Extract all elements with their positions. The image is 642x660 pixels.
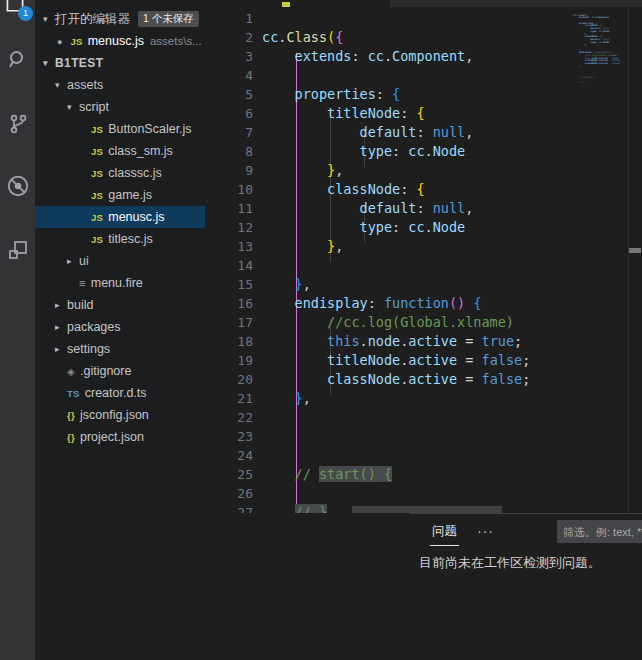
code-line[interactable]: cc.Class({ bbox=[262, 28, 530, 47]
code-line[interactable] bbox=[262, 256, 530, 275]
js-file-icon: JS bbox=[91, 190, 103, 201]
fire-file-icon: ≡ bbox=[79, 277, 86, 289]
horizontal-scrollbar[interactable] bbox=[352, 506, 502, 513]
code-line[interactable] bbox=[262, 446, 530, 465]
tree-item-game-js[interactable]: JSgame.js bbox=[35, 184, 205, 206]
tree-item-label: game.js bbox=[108, 188, 152, 202]
twistie-icon: ▸ bbox=[55, 322, 67, 332]
twistie-icon: ▾ bbox=[43, 14, 55, 24]
tree-item-titlesc-js[interactable]: JStitlesc.js bbox=[35, 228, 205, 250]
tree-item-assets[interactable]: ▾assets bbox=[35, 74, 205, 96]
source-control-icon[interactable] bbox=[0, 100, 35, 148]
line-number: 27 bbox=[205, 503, 253, 513]
tree-item--gitignore[interactable]: ◈.gitignore bbox=[35, 360, 205, 382]
file-tree: ▾assets▾scriptJSButtonScaler.jsJSclass_s… bbox=[35, 74, 205, 448]
code-line[interactable]: extends: cc.Component, bbox=[262, 47, 530, 66]
explorer-badge: 1 bbox=[18, 6, 33, 21]
code-line[interactable]: //cc.log(Global.xlname) bbox=[262, 313, 530, 332]
tree-item-jsconfig-json[interactable]: {}jsconfig.json bbox=[35, 404, 205, 426]
code-line[interactable] bbox=[262, 427, 530, 446]
code-line[interactable]: }, bbox=[262, 161, 530, 180]
tree-item-label: titlesc.js bbox=[108, 232, 152, 246]
open-editors-header[interactable]: ▾ 打开的编辑器 1 个未保存 bbox=[35, 8, 205, 30]
code-line[interactable]: }, bbox=[262, 275, 530, 294]
js-file-icon: JS bbox=[70, 36, 82, 47]
more-tabs-button[interactable]: ··· bbox=[477, 523, 494, 539]
tab-menusc-js[interactable] bbox=[205, 0, 390, 7]
tree-item-menusc-js[interactable]: JSmenusc.js bbox=[35, 206, 205, 228]
line-number: 6 bbox=[205, 104, 253, 123]
ts-file-icon: TS bbox=[67, 388, 80, 399]
tab-problems[interactable]: 问题 bbox=[430, 517, 459, 546]
explorer-icon[interactable]: 1 bbox=[0, 0, 35, 22]
tree-item-packages[interactable]: ▸packages bbox=[35, 316, 205, 338]
code-line[interactable]: classNode.active = false; bbox=[262, 370, 530, 389]
tree-item-label: class_sm.js bbox=[108, 144, 173, 158]
code-line[interactable]: titleNode: { bbox=[262, 104, 530, 123]
code-line[interactable] bbox=[262, 408, 530, 427]
js-file-icon: JS bbox=[91, 168, 103, 179]
tree-item-settings[interactable]: ▸settings bbox=[35, 338, 205, 360]
tree-item-script[interactable]: ▾script bbox=[35, 96, 205, 118]
code-line[interactable]: type: cc.Node bbox=[262, 142, 530, 161]
line-number: 18 bbox=[205, 332, 253, 351]
code-line[interactable]: }, bbox=[262, 389, 530, 408]
extensions-icon[interactable] bbox=[0, 226, 35, 274]
tree-item-ui[interactable]: ▸ui bbox=[35, 250, 205, 272]
code-line[interactable]: endisplay: function() { bbox=[262, 294, 530, 313]
panel-header: 问题 ··· bbox=[410, 514, 642, 548]
open-editor-item[interactable]: JS menusc.js assets\s... bbox=[35, 30, 205, 52]
tree-item-project-json[interactable]: {}project.json bbox=[35, 426, 205, 448]
tree-item-buttonscaler-js[interactable]: JSButtonScaler.js bbox=[35, 118, 205, 140]
editor-scrollbar[interactable] bbox=[628, 7, 642, 513]
line-number: 3 bbox=[205, 47, 253, 66]
tree-item-label: classsc.js bbox=[108, 166, 161, 180]
tree-item-classsc-js[interactable]: JSclasssc.js bbox=[35, 162, 205, 184]
code-line[interactable]: default: null, bbox=[262, 123, 530, 142]
line-number: 17 bbox=[205, 313, 253, 332]
code-line[interactable]: // start() { bbox=[262, 465, 530, 484]
tree-item-menu-fire[interactable]: ≡menu.fire bbox=[35, 272, 205, 294]
search-icon[interactable] bbox=[0, 36, 35, 84]
overview-ruler-marker bbox=[629, 248, 641, 253]
minimap-line: // } bbox=[573, 82, 629, 85]
code-line[interactable]: type: cc.Node bbox=[262, 218, 530, 237]
code-line[interactable]: default: null, bbox=[262, 199, 530, 218]
tree-item-label: menusc.js bbox=[108, 210, 164, 224]
js-file-icon: JS bbox=[91, 234, 103, 245]
twistie-icon: ▸ bbox=[55, 344, 67, 354]
tree-item-class-sm-js[interactable]: JSclass_sm.js bbox=[35, 140, 205, 162]
code-line[interactable] bbox=[262, 484, 530, 503]
line-numbers: 1234567891011121314151617181920212223242… bbox=[205, 9, 253, 513]
workspace-root-header[interactable]: ▾ B1TEST bbox=[35, 52, 205, 74]
tree-item-build[interactable]: ▸build bbox=[35, 294, 205, 316]
open-file-path: assets\s... bbox=[150, 35, 202, 47]
debug-icon[interactable] bbox=[0, 162, 35, 210]
line-number: 9 bbox=[205, 161, 253, 180]
code-line[interactable]: classNode: { bbox=[262, 180, 530, 199]
code-line[interactable] bbox=[262, 9, 530, 28]
code-line[interactable]: properties: { bbox=[262, 85, 530, 104]
code-line[interactable]: this.node.active = true; bbox=[262, 332, 530, 351]
line-number: 10 bbox=[205, 180, 253, 199]
tree-item-label: assets bbox=[67, 78, 103, 92]
line-number: 7 bbox=[205, 123, 253, 142]
code-editor[interactable]: 1234567891011121314151617181920212223242… bbox=[205, 7, 642, 513]
json-file-icon: {} bbox=[67, 432, 75, 443]
tree-item-label: jsconfig.json bbox=[80, 408, 149, 422]
js-file-icon: JS bbox=[91, 146, 103, 157]
tree-item-label: creator.d.ts bbox=[85, 386, 147, 400]
line-number: 11 bbox=[205, 199, 253, 218]
code-line[interactable]: titleNode.active = false; bbox=[262, 351, 530, 370]
vscode-window: 1 ▾ 打开的编辑器 1 bbox=[0, 0, 642, 660]
code-line[interactable] bbox=[262, 66, 530, 85]
line-number: 21 bbox=[205, 389, 253, 408]
minimap[interactable]: cc.Class({ extends: cc.Component, proper… bbox=[573, 12, 629, 85]
code-content[interactable]: cc.Class({ extends: cc.Component, proper… bbox=[262, 9, 530, 513]
filter-input[interactable] bbox=[557, 526, 642, 538]
js-file-icon: JS bbox=[91, 212, 103, 223]
tree-item-label: project.json bbox=[80, 430, 144, 444]
tree-item-creator-d-ts[interactable]: TScreator.d.ts bbox=[35, 382, 205, 404]
code-line[interactable]: }, bbox=[262, 237, 530, 256]
workspace-root-label: B1TEST bbox=[55, 56, 103, 70]
